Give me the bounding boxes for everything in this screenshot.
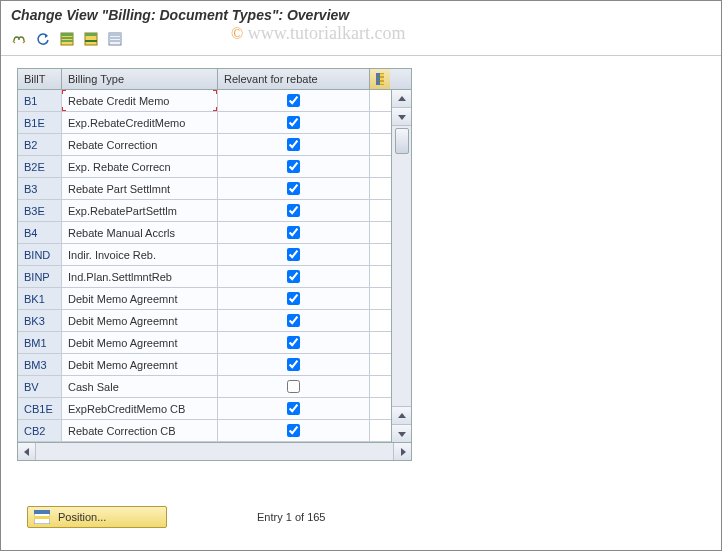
select-block-button[interactable]: [81, 29, 101, 49]
rebate-checkbox[interactable]: [287, 424, 300, 437]
chevron-down-icon: [398, 113, 406, 121]
cell-billing-type[interactable]: Debit Memo Agreemnt: [62, 354, 218, 375]
rebate-checkbox[interactable]: [287, 160, 300, 173]
scroll-down-button[interactable]: [392, 424, 411, 442]
cell-billing-type[interactable]: Debit Memo Agreemnt: [62, 332, 218, 353]
cell-billing-type[interactable]: Rebate Correction CB: [62, 420, 218, 441]
cell-billing-type[interactable]: Indir. Invoice Reb.: [62, 244, 218, 265]
table-row[interactable]: B1Rebate Credit Memo: [18, 90, 411, 112]
cell-billt[interactable]: B3E: [18, 200, 62, 221]
table-row[interactable]: B4Rebate Manual Accrls: [18, 222, 411, 244]
rebate-checkbox[interactable]: [287, 270, 300, 283]
rebate-checkbox[interactable]: [287, 358, 300, 371]
rebate-checkbox[interactable]: [287, 138, 300, 151]
cell-billing-type[interactable]: Debit Memo Agreemnt: [62, 288, 218, 309]
scroll-up-step-button[interactable]: [392, 406, 411, 424]
col-header-rebate[interactable]: Relevant for rebate: [218, 69, 370, 89]
chevron-up-icon: [398, 95, 406, 103]
table-row[interactable]: B3Rebate Part Settlmnt: [18, 178, 411, 200]
scroll-right-button[interactable]: [393, 443, 411, 460]
cell-billing-type[interactable]: Debit Memo Agreemnt: [62, 310, 218, 331]
rebate-checkbox[interactable]: [287, 94, 300, 107]
table-row[interactable]: CB2Rebate Correction CB: [18, 420, 411, 442]
cell-billt[interactable]: CB1E: [18, 398, 62, 419]
cell-billt[interactable]: BINP: [18, 266, 62, 287]
rebate-checkbox[interactable]: [287, 314, 300, 327]
vscroll-track[interactable]: [392, 154, 411, 406]
rebate-checkbox[interactable]: [287, 380, 300, 393]
cell-billing-type[interactable]: Rebate Credit Memo: [62, 90, 218, 111]
entry-counter: Entry 1 of 165: [257, 511, 326, 523]
cell-billing-type[interactable]: Exp.RebatePartSettlm: [62, 200, 218, 221]
table-row[interactable]: BM1Debit Memo Agreemnt: [18, 332, 411, 354]
glasses-icon: [12, 32, 26, 46]
svg-rect-16: [34, 510, 50, 514]
cell-rebate: [218, 420, 370, 441]
cell-billing-type[interactable]: Cash Sale: [62, 376, 218, 397]
col-header-billing-type[interactable]: Billing Type: [62, 69, 218, 89]
rebate-checkbox[interactable]: [287, 116, 300, 129]
cell-billt[interactable]: B1: [18, 90, 62, 111]
cell-billing-type[interactable]: Exp. Rebate Correcn: [62, 156, 218, 177]
cell-billing-type[interactable]: Rebate Part Settlmnt: [62, 178, 218, 199]
table-row[interactable]: BINDIndir. Invoice Reb.: [18, 244, 411, 266]
table-row[interactable]: B2Rebate Correction: [18, 134, 411, 156]
cell-billt[interactable]: B4: [18, 222, 62, 243]
cell-billing-type[interactable]: ExpRebCreditMemo CB: [62, 398, 218, 419]
cell-billt[interactable]: BK1: [18, 288, 62, 309]
cell-billt[interactable]: BM3: [18, 354, 62, 375]
configure-columns-button[interactable]: [370, 69, 390, 89]
rebate-checkbox[interactable]: [287, 336, 300, 349]
cell-billing-type[interactable]: Rebate Manual Accrls: [62, 222, 218, 243]
horizontal-scrollbar[interactable]: [18, 442, 411, 460]
table-header-row: BillT Billing Type Relevant for rebate: [18, 69, 411, 90]
cell-billt[interactable]: B2: [18, 134, 62, 155]
cell-billing-type[interactable]: Exp.RebateCreditMemo: [62, 112, 218, 133]
cell-billt[interactable]: CB2: [18, 420, 62, 441]
position-button-label: Position...: [58, 511, 106, 523]
rebate-checkbox[interactable]: [287, 248, 300, 261]
scroll-down-step-button[interactable]: [392, 108, 411, 126]
select-all-button[interactable]: [57, 29, 77, 49]
toggle-view-button[interactable]: [9, 29, 29, 49]
cell-billt[interactable]: BK3: [18, 310, 62, 331]
selection-corner: [213, 90, 218, 94]
scroll-left-button[interactable]: [18, 443, 36, 460]
table-row[interactable]: BVCash Sale: [18, 376, 411, 398]
cell-billt[interactable]: BIND: [18, 244, 62, 265]
rebate-checkbox[interactable]: [287, 204, 300, 217]
table-row[interactable]: B1EExp.RebateCreditMemo: [18, 112, 411, 134]
rebate-checkbox[interactable]: [287, 402, 300, 415]
table-row[interactable]: BINPInd.Plan.SettlmntReb: [18, 266, 411, 288]
cell-billt[interactable]: B2E: [18, 156, 62, 177]
rebate-checkbox[interactable]: [287, 182, 300, 195]
scroll-thumb[interactable]: [395, 128, 409, 154]
cell-rebate: [218, 134, 370, 155]
footer-bar: Position... Entry 1 of 165: [27, 506, 326, 528]
cell-billt[interactable]: BV: [18, 376, 62, 397]
scroll-up-button[interactable]: [392, 90, 411, 108]
cell-billing-type[interactable]: Ind.Plan.SettlmntReb: [62, 266, 218, 287]
table-row[interactable]: BM3Debit Memo Agreemnt: [18, 354, 411, 376]
table-row[interactable]: BK1Debit Memo Agreemnt: [18, 288, 411, 310]
vertical-scrollbar[interactable]: [391, 90, 411, 442]
rebate-checkbox[interactable]: [287, 292, 300, 305]
table-row[interactable]: CB1EExpRebCreditMemo CB: [18, 398, 411, 420]
cell-billing-type[interactable]: Rebate Correction: [62, 134, 218, 155]
table-row[interactable]: BK3Debit Memo Agreemnt: [18, 310, 411, 332]
svg-rect-1: [61, 33, 73, 36]
selection-corner: [62, 107, 66, 111]
position-button[interactable]: Position...: [27, 506, 167, 528]
col-header-billt[interactable]: BillT: [18, 69, 62, 89]
table-row[interactable]: B3EExp.RebatePartSettlm: [18, 200, 411, 222]
svg-rect-9: [109, 37, 121, 39]
undo-button[interactable]: [33, 29, 53, 49]
rebate-checkbox[interactable]: [287, 226, 300, 239]
table-row[interactable]: B2EExp. Rebate Correcn: [18, 156, 411, 178]
cell-billt[interactable]: BM1: [18, 332, 62, 353]
deselect-all-button[interactable]: [105, 29, 125, 49]
cell-rebate: [218, 266, 370, 287]
cell-billt[interactable]: B1E: [18, 112, 62, 133]
cell-billt[interactable]: B3: [18, 178, 62, 199]
cell-rebate: [218, 398, 370, 419]
